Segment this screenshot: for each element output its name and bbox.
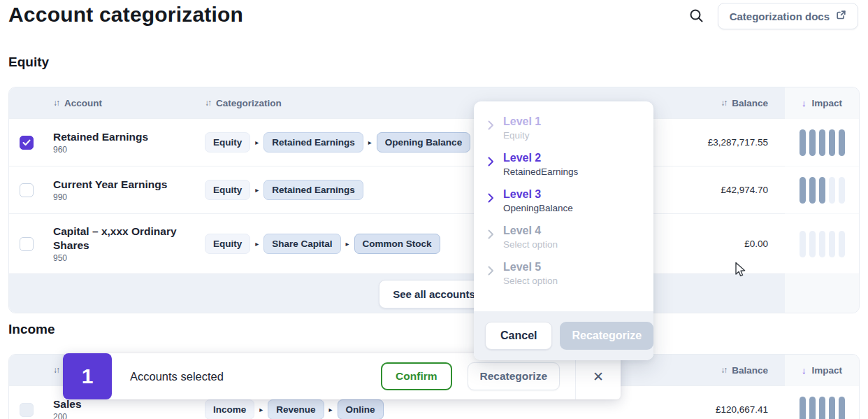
recategorize-button-disabled: Recategorize [560,322,653,350]
docs-button-label: Categorization docs [730,10,830,22]
category-tag[interactable]: Equity [205,132,250,152]
sort-header-impact[interactable]: ↓ Impact [802,98,842,108]
impact-bars [800,397,845,419]
impact-bar [800,129,806,156]
categorization-tags: Equity ▸ Share Capital ▸ Common Stock [205,234,440,254]
caret-right-icon: ▸ [346,240,349,248]
categorization-header-label: Categorization [216,98,282,108]
categorization-tags: Equity ▸ Retained Earnings [205,180,363,200]
sort-header-categorization[interactable]: ↓↑ Categorization [205,98,282,108]
row-checkbox[interactable] [20,183,34,197]
sort-descending-icon: ↓ [802,365,806,376]
impact-bars [800,177,845,204]
sort-header-account[interactable]: ↓↑ Account [53,98,102,108]
impact-bar [829,129,835,156]
categorization-tags: Income ▸ Revenue ▸ Online [205,399,384,419]
category-tag[interactable]: Equity [205,234,250,254]
category-tag[interactable]: Share Capital [263,234,340,254]
categorization-docs-button[interactable]: Categorization docs [718,3,858,29]
equity-table-header: ↓↑ Account ↓↑ Categorization ↓↑ Balance … [9,87,859,118]
level-label: Level 1 [503,115,541,128]
category-tag[interactable]: Common Stock [354,234,440,254]
impact-bars [800,231,845,257]
level-label: Level 3 [503,188,573,201]
search-button[interactable] [686,7,706,27]
impact-bar [829,231,835,257]
level-value: RetainedEarnings [503,166,578,177]
sort-icon: ↓↑ [721,365,726,375]
category-tag[interactable]: Income [205,399,254,419]
balance-value: £0.00 [744,239,768,249]
impact-bar [839,397,845,419]
table-row: Retained Earnings 960 Equity ▸ Retained … [9,118,859,166]
selection-label: Accounts selected [130,370,224,383]
table-row: Current Year Earnings 990 Equity ▸ Retai… [9,166,859,213]
cancel-button[interactable]: Cancel [485,322,552,350]
account-name: Current Year Earnings [53,178,196,191]
chevron-right-icon [488,157,494,169]
sort-header-balance[interactable]: ↓↑ Balance [721,98,768,108]
row-checkbox[interactable] [20,403,34,417]
impact-bar [809,397,816,419]
popover-footer: Cancel Recategorize [474,311,653,360]
level-5-select: Level 5 Select option [474,261,653,286]
impact-header-label: Impact [811,98,842,108]
chevron-right-icon [488,229,494,242]
category-tag[interactable]: Equity [205,180,250,200]
impact-bar [809,231,816,257]
level-label: Level 2 [503,152,578,164]
recategorize-button[interactable]: Recategorize [468,362,560,390]
sort-icon: ↓↑ [721,98,726,108]
impact-bar [819,129,825,156]
equity-table-footer: See all accounts [9,274,859,313]
impact-header-label: Impact [811,365,842,376]
impact-bar [800,231,806,257]
impact-bar [819,231,825,257]
impact-bar [839,177,845,204]
category-tag[interactable]: Online [338,399,384,419]
sort-icon: ↓↑ [53,365,59,375]
chevron-right-icon [488,193,494,206]
level-value: OpeningBalance [503,203,573,213]
caret-right-icon: ▸ [259,406,263,413]
level-label: Level 5 [503,261,558,274]
balance-header-label: Balance [732,365,768,376]
row-checkbox[interactable] [20,237,34,251]
impact-bar [809,129,816,156]
account-code: 950 [53,253,202,263]
sort-header-impact[interactable]: ↓ Impact [802,365,842,376]
balance-header-label: Balance [732,98,768,108]
caret-right-icon: ▸ [255,186,259,194]
row-checkbox[interactable] [20,136,34,150]
category-tag[interactable]: Retained Earnings [263,180,363,200]
table-row: Capital – x,xxx Ordinary Shares 950 Equi… [9,213,859,274]
chevron-right-icon [488,120,494,133]
category-tag[interactable]: Revenue [268,399,324,419]
level-value: Select option [503,276,558,286]
category-tag[interactable]: Retained Earnings [263,132,363,152]
sort-header-balance[interactable]: ↓↑ Balance [721,365,768,376]
see-all-accounts-button[interactable]: See all accounts [379,280,489,308]
confirm-button[interactable]: Confirm [381,362,451,390]
checkmark-icon [22,136,31,149]
income-section-title: Income [8,322,55,337]
level-2-select[interactable]: Level 2 RetainedEarnings [474,152,653,177]
impact-bar [800,397,806,419]
impact-bars [800,129,845,156]
account-name: Capital – x,xxx Ordinary Shares [53,225,196,252]
equity-table: ↓↑ Account ↓↑ Categorization ↓↑ Balance … [8,87,860,313]
level-value: Equity [503,130,541,141]
categorization-tags: Equity ▸ Retained Earnings ▸ Opening Bal… [205,132,470,152]
page-title: Account categorization [8,3,243,27]
caret-right-icon: ▸ [255,240,259,248]
level-3-select[interactable]: Level 3 OpeningBalance [474,188,653,213]
account-header-label: Account [64,98,102,108]
category-tag[interactable]: Opening Balance [377,132,470,152]
impact-bar [819,177,825,204]
chevron-right-icon [488,266,494,278]
level-1-select: Level 1 Equity [474,115,653,141]
close-button[interactable]: ✕ [576,369,621,385]
level-4-select: Level 4 Select option [474,225,653,250]
account-code: 960 [53,145,202,155]
caret-right-icon: ▸ [255,139,259,146]
